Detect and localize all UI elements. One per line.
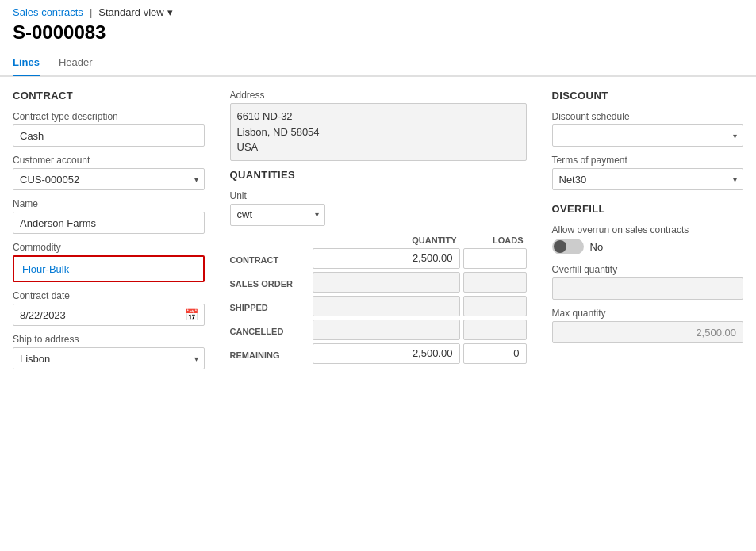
commodity-input[interactable] — [16, 258, 201, 279]
max-qty-field: Max quantity — [552, 308, 744, 343]
discount-section: DISCOUNT Discount schedule ▾ Terms of pa… — [552, 90, 744, 190]
qty-remaining-quantity — [313, 343, 460, 364]
ship-to-label: Ship to address — [13, 334, 205, 345]
commodity-field: Commodity — [13, 242, 205, 282]
overfill-title: OVERFILL — [552, 203, 744, 215]
overrun-toggle-row: No — [552, 239, 744, 254]
qty-shipped-quantity — [313, 296, 460, 316]
qty-row-sales-order: SALES ORDER — [230, 272, 527, 293]
contract-date-input[interactable] — [13, 304, 205, 326]
contract-section-title: CONTRACT — [13, 90, 205, 101]
breadcrumb-view[interactable]: Standard view ▾ — [98, 6, 172, 18]
terms-payment-wrapper: Net30 ▾ — [552, 168, 744, 190]
qty-row-spacer — [230, 235, 309, 245]
ship-to-select[interactable]: Lisbon — [13, 347, 205, 369]
unit-label: Unit — [230, 190, 527, 201]
unit-field: Unit cwt ▾ — [230, 190, 527, 226]
terms-payment-label: Terms of payment — [552, 155, 744, 166]
qty-row-contract: CONTRACT — [230, 248, 527, 269]
qty-row-shipped: SHIPPED — [230, 296, 527, 316]
ship-to-field: Ship to address Lisbon ▾ — [13, 334, 205, 369]
commodity-label: Commodity — [13, 242, 205, 253]
name-label: Name — [13, 198, 205, 209]
max-qty-input — [552, 321, 744, 343]
terms-payment-field: Terms of payment Net30 ▾ — [552, 155, 744, 190]
qty-salesorder-quantity — [313, 272, 460, 293]
overrun-toggle[interactable] — [552, 239, 584, 254]
overfill-qty-input — [552, 277, 744, 300]
contract-type-field: Contract type description — [13, 111, 205, 147]
overfill-qty-field: Overfill quantity — [552, 264, 744, 300]
right-section: DISCOUNT Discount schedule ▾ Terms of pa… — [552, 90, 744, 377]
middle-section: Address 6610 ND-32Lisbon, ND 58054USA QU… — [230, 90, 527, 377]
overrun-label: Allow overrun on sales contracts — [552, 224, 744, 235]
qty-label-shipped: SHIPPED — [230, 300, 309, 312]
contract-type-label: Contract type description — [13, 111, 205, 122]
chevron-down-icon: ▾ — [167, 6, 173, 18]
address-box: 6610 ND-32Lisbon, ND 58054USA — [230, 103, 527, 161]
qty-salesorder-loads — [463, 272, 527, 293]
address-field: Address 6610 ND-32Lisbon, ND 58054USA — [230, 90, 527, 161]
contract-date-field: Contract date 📅 — [13, 290, 205, 326]
quantity-header: QUANTITY — [313, 235, 460, 245]
discount-schedule-select[interactable] — [552, 124, 744, 147]
discount-schedule-wrapper: ▾ — [552, 124, 744, 147]
breadcrumb-link[interactable]: Sales contracts — [13, 6, 83, 18]
qty-label-sales-order: SALES ORDER — [230, 276, 309, 289]
qty-header: QUANTITY LOADS — [230, 235, 527, 245]
qty-cancelled-loads — [463, 320, 527, 340]
customer-account-select-wrapper: CUS-000052 ▾ — [13, 168, 205, 190]
breadcrumb-separator: | — [90, 6, 92, 18]
name-input[interactable] — [13, 212, 205, 234]
tab-header[interactable]: Header — [59, 50, 93, 76]
commodity-highlight-border — [13, 255, 205, 282]
contract-section: CONTRACT Contract type description Custo… — [13, 90, 205, 377]
page-title: S-0000083 — [0, 18, 756, 50]
qty-label-remaining: REMAINING — [230, 347, 309, 360]
qty-remaining-loads — [463, 343, 527, 364]
terms-payment-select[interactable]: Net30 — [552, 168, 744, 190]
toggle-thumb — [554, 240, 566, 253]
overrun-value: No — [590, 241, 604, 253]
name-field: Name — [13, 198, 205, 234]
qty-label-contract: CONTRACT — [230, 252, 309, 265]
loads-header: LOADS — [463, 235, 527, 245]
qty-label-cancelled: CANCELLED — [230, 323, 309, 336]
contract-date-label: Contract date — [13, 290, 205, 301]
qty-shipped-loads — [463, 296, 527, 316]
quantities-section: QUANTITIES Unit cwt ▾ QUANTITY LOADS CON… — [230, 169, 527, 364]
contract-date-wrapper: 📅 — [13, 304, 205, 326]
discount-schedule-label: Discount schedule — [552, 111, 744, 122]
overfill-section: OVERFILL Allow overrun on sales contract… — [552, 203, 744, 343]
breadcrumb-bar: Sales contracts | Standard view ▾ — [0, 0, 756, 18]
max-qty-label: Max quantity — [552, 308, 744, 319]
qty-contract-quantity[interactable] — [313, 248, 460, 269]
discount-title: DISCOUNT — [552, 90, 744, 101]
discount-schedule-field: Discount schedule ▾ — [552, 111, 744, 147]
customer-account-field: Customer account CUS-000052 ▾ — [13, 155, 205, 190]
overfill-qty-label: Overfill quantity — [552, 264, 744, 275]
ship-to-select-wrapper: Lisbon ▾ — [13, 347, 205, 369]
customer-account-select[interactable]: CUS-000052 — [13, 168, 205, 190]
address-label: Address — [230, 90, 527, 101]
tab-bar: Lines Header — [0, 50, 756, 76]
quantities-title: QUANTITIES — [230, 169, 527, 181]
qty-cancelled-quantity — [313, 320, 460, 340]
qty-contract-loads[interactable] — [463, 248, 527, 269]
tab-lines[interactable]: Lines — [13, 50, 40, 76]
customer-account-label: Customer account — [13, 155, 205, 166]
unit-select-wrapper: cwt ▾ — [230, 204, 325, 226]
qty-row-remaining: REMAINING — [230, 343, 527, 364]
contract-type-input[interactable] — [13, 124, 205, 147]
qty-row-cancelled: CANCELLED — [230, 320, 527, 340]
unit-select[interactable]: cwt — [230, 204, 325, 226]
